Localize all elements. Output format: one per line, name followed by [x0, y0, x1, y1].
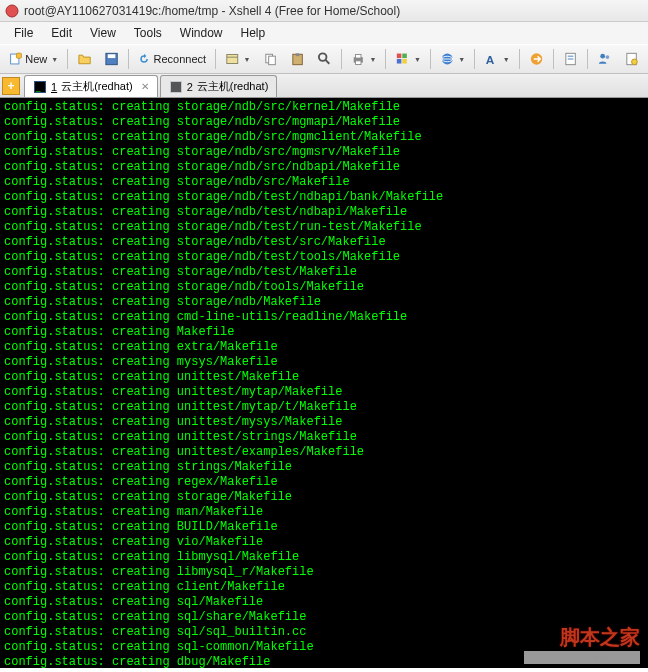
separator — [215, 49, 216, 69]
print-icon — [351, 51, 366, 67]
chevron-down-icon: ▼ — [414, 56, 421, 63]
profiles-button[interactable]: ▼ — [220, 47, 255, 71]
separator — [385, 49, 386, 69]
profiles-icon — [225, 51, 240, 67]
svg-rect-14 — [355, 54, 360, 58]
paste-button[interactable] — [285, 47, 310, 71]
menubar: File Edit View Tools Window Help — [0, 22, 648, 44]
find-button[interactable] — [312, 47, 337, 71]
svg-text:_: _ — [35, 83, 41, 92]
font-icon: A — [484, 51, 499, 67]
terminal-output[interactable]: config.status: creating storage/ndb/src/… — [0, 98, 648, 668]
search-icon — [317, 51, 332, 67]
script-button[interactable] — [558, 47, 583, 71]
new-label: New — [25, 53, 47, 65]
svg-rect-10 — [295, 53, 299, 56]
svg-point-11 — [319, 53, 327, 61]
script-icon — [563, 51, 578, 67]
svg-rect-15 — [355, 61, 360, 65]
reconnect-button[interactable]: Reconnect — [133, 47, 211, 71]
separator — [128, 49, 129, 69]
svg-point-0 — [6, 5, 18, 17]
new-icon — [9, 51, 22, 67]
menu-file[interactable]: File — [6, 24, 41, 42]
add-tab-button[interactable]: + — [2, 77, 20, 95]
svg-point-28 — [600, 54, 605, 59]
separator — [430, 49, 431, 69]
disk-icon — [104, 51, 119, 67]
menu-window[interactable]: Window — [172, 24, 231, 42]
chevron-down-icon: ▼ — [51, 56, 58, 63]
properties-button[interactable] — [619, 47, 644, 71]
transfer-button[interactable] — [524, 47, 549, 71]
menu-view[interactable]: View — [82, 24, 124, 42]
open-button[interactable] — [72, 47, 97, 71]
folder-icon — [77, 51, 92, 67]
print-button[interactable]: ▼ — [346, 47, 381, 71]
tab-label: 云主机(redhat) — [197, 79, 269, 94]
svg-line-12 — [325, 60, 329, 64]
palette-icon — [395, 51, 410, 67]
new-button[interactable]: New ▼ — [4, 47, 63, 71]
svg-rect-4 — [108, 54, 116, 58]
menu-edit[interactable]: Edit — [43, 24, 80, 42]
globe-icon — [440, 51, 455, 67]
chevron-down-icon: ▼ — [244, 56, 251, 63]
app-icon — [4, 3, 20, 19]
window-title: root@AY110627031419c:/home/tmp - Xshell … — [24, 4, 400, 18]
svg-rect-2 — [16, 53, 21, 58]
svg-point-31 — [632, 59, 638, 65]
svg-rect-18 — [397, 59, 402, 64]
tabbar: + _ 1 云主机(redhat) ✕ 2 云主机(redhat) — [0, 74, 648, 98]
menu-tools[interactable]: Tools — [126, 24, 170, 42]
chevron-down-icon: ▼ — [503, 56, 510, 63]
separator — [587, 49, 588, 69]
titlebar: root@AY110627031419c:/home/tmp - Xshell … — [0, 0, 648, 22]
paste-icon — [290, 51, 305, 67]
svg-rect-36 — [171, 82, 181, 92]
copy-icon — [263, 51, 278, 67]
color-scheme-button[interactable]: ▼ — [390, 47, 425, 71]
toolbar: New ▼ Reconnect ▼ ▼ ▼ ▼ A ▼ — [0, 44, 648, 74]
svg-rect-19 — [403, 59, 408, 64]
doc-icon — [624, 51, 639, 67]
users-button[interactable] — [592, 47, 617, 71]
terminal-icon: _ — [33, 80, 47, 94]
separator — [553, 49, 554, 69]
save-button[interactable] — [99, 47, 124, 71]
svg-rect-5 — [227, 54, 238, 63]
svg-rect-17 — [403, 54, 408, 59]
chevron-down-icon: ▼ — [458, 56, 465, 63]
tab-1[interactable]: _ 1 云主机(redhat) ✕ — [24, 75, 158, 97]
tab-label: 云主机(redhat) — [61, 79, 133, 94]
terminal-icon — [169, 80, 183, 94]
chevron-down-icon: ▼ — [369, 56, 376, 63]
close-icon[interactable]: ✕ — [141, 81, 149, 92]
user-icon — [597, 51, 612, 67]
web-button[interactable]: ▼ — [435, 47, 470, 71]
reconnect-label: Reconnect — [153, 53, 206, 65]
separator — [341, 49, 342, 69]
transfer-icon — [529, 51, 544, 67]
svg-rect-8 — [268, 56, 275, 65]
svg-rect-16 — [397, 54, 402, 59]
reconnect-icon — [138, 51, 150, 67]
separator — [519, 49, 520, 69]
tab-index: 1 — [51, 81, 57, 93]
menu-help[interactable]: Help — [233, 24, 274, 42]
copy-button[interactable] — [258, 47, 283, 71]
tab-index: 2 — [187, 81, 193, 93]
tab-2[interactable]: 2 云主机(redhat) — [160, 75, 278, 97]
svg-text:A: A — [486, 53, 495, 67]
separator — [474, 49, 475, 69]
separator — [67, 49, 68, 69]
font-button[interactable]: A ▼ — [479, 47, 514, 71]
svg-point-29 — [605, 55, 609, 59]
